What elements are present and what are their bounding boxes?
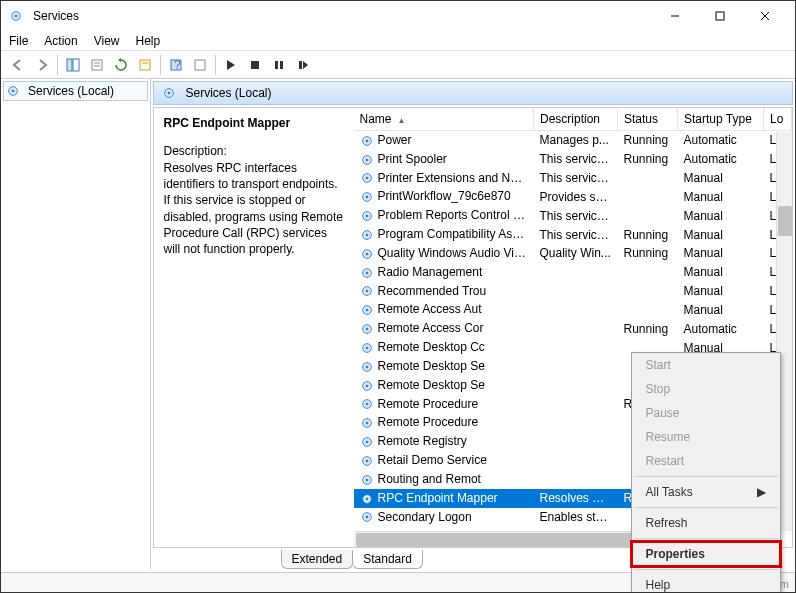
back-button[interactable] bbox=[7, 54, 29, 76]
service-row[interactable]: PrintWorkflow_79c6e870Provides su...Manu… bbox=[354, 187, 792, 206]
svg-point-21 bbox=[12, 90, 15, 93]
refresh-button[interactable] bbox=[110, 54, 132, 76]
start-service-button[interactable] bbox=[220, 54, 242, 76]
cell-name: Radio Management bbox=[354, 263, 534, 282]
col-name[interactable]: Name▲ bbox=[354, 108, 534, 131]
title-bar: Services bbox=[1, 1, 795, 31]
cell-status bbox=[618, 282, 678, 301]
cell-status: Running bbox=[618, 150, 678, 169]
scrollbar-thumb[interactable] bbox=[356, 533, 656, 547]
svg-point-63 bbox=[365, 497, 368, 500]
tab-standard[interactable]: Standard bbox=[352, 550, 423, 569]
cell-name: Power bbox=[354, 131, 534, 150]
show-hide-tree-button[interactable] bbox=[62, 54, 84, 76]
col-description[interactable]: Description bbox=[534, 108, 618, 131]
cell-name: Remote Desktop Se bbox=[354, 376, 534, 395]
cell-desc bbox=[534, 282, 618, 301]
sort-indicator-icon: ▲ bbox=[398, 116, 406, 125]
tree-pane: Services (Local) bbox=[1, 79, 151, 569]
cell-status bbox=[618, 206, 678, 225]
svg-point-29 bbox=[365, 177, 368, 180]
ctx-start[interactable]: Start bbox=[632, 353, 780, 377]
menu-file[interactable]: File bbox=[9, 34, 28, 48]
pause-service-button[interactable] bbox=[268, 54, 290, 76]
menu-action[interactable]: Action bbox=[44, 34, 77, 48]
service-row[interactable]: Remote Access AutManualLc bbox=[354, 300, 792, 319]
cell-name: Problem Reports Control Pa... bbox=[354, 206, 534, 225]
service-row[interactable]: Problem Reports Control Pa...This servic… bbox=[354, 206, 792, 225]
properties-button[interactable] bbox=[134, 54, 156, 76]
minimize-button[interactable] bbox=[652, 2, 697, 30]
service-row[interactable]: Print SpoolerThis service ...RunningAuto… bbox=[354, 150, 792, 169]
service-icon bbox=[360, 472, 378, 486]
services-icon bbox=[9, 9, 27, 24]
service-row[interactable]: Remote Access CorRunningAutomaticLc bbox=[354, 319, 792, 338]
maximize-button[interactable] bbox=[697, 2, 742, 30]
cell-name: Remote Desktop Se bbox=[354, 357, 534, 376]
ctx-all-tasks[interactable]: All Tasks▶ bbox=[632, 480, 780, 504]
ctx-restart[interactable]: Restart bbox=[632, 449, 780, 473]
cell-desc: Provides su... bbox=[534, 187, 618, 206]
cell-name: Remote Procedure bbox=[354, 395, 534, 414]
col-logon[interactable]: Lo bbox=[764, 108, 792, 131]
cell-desc: This service ... bbox=[534, 225, 618, 244]
service-row[interactable]: Program Compatibility Assi...This servic… bbox=[354, 225, 792, 244]
cell-name: Remote Registry bbox=[354, 432, 534, 451]
service-row[interactable]: Printer Extensions and Notif...This serv… bbox=[354, 169, 792, 188]
menu-view[interactable]: View bbox=[94, 34, 120, 48]
svg-text:?: ? bbox=[174, 58, 181, 72]
detail-desc-label: Description: bbox=[164, 144, 344, 158]
svg-rect-3 bbox=[716, 12, 724, 20]
svg-rect-16 bbox=[251, 61, 259, 69]
ctx-separator bbox=[634, 569, 778, 570]
export-list-button[interactable] bbox=[86, 54, 108, 76]
tree-node-services-local[interactable]: Services (Local) bbox=[3, 81, 148, 101]
cell-startup: Manual bbox=[678, 263, 764, 282]
ctx-stop[interactable]: Stop bbox=[632, 377, 780, 401]
forward-button[interactable] bbox=[31, 54, 53, 76]
tab-extended[interactable]: Extended bbox=[281, 550, 354, 569]
action-button[interactable] bbox=[189, 54, 211, 76]
cell-desc: This service ... bbox=[534, 150, 618, 169]
pane-header-label: Services (Local) bbox=[186, 86, 272, 100]
col-startup[interactable]: Startup Type bbox=[678, 108, 764, 131]
cell-startup: Automatic bbox=[678, 150, 764, 169]
service-icon bbox=[360, 378, 378, 392]
service-row[interactable]: Radio ManagementManualLc bbox=[354, 263, 792, 282]
svg-point-55 bbox=[365, 422, 368, 425]
service-icon bbox=[360, 133, 378, 147]
cell-status bbox=[618, 169, 678, 188]
pane-header: Services (Local) bbox=[153, 81, 794, 105]
cell-startup: Automatic bbox=[678, 319, 764, 338]
cell-status: Running bbox=[618, 225, 678, 244]
ctx-help[interactable]: Help bbox=[632, 573, 780, 593]
restart-service-button[interactable] bbox=[292, 54, 314, 76]
ctx-properties[interactable]: Properties bbox=[632, 542, 780, 566]
service-row[interactable]: PowerManages p...RunningAutomaticLc bbox=[354, 131, 792, 150]
menu-help[interactable]: Help bbox=[136, 34, 161, 48]
ctx-resume[interactable]: Resume bbox=[632, 425, 780, 449]
service-row[interactable]: Recommended TrouManualLc bbox=[354, 282, 792, 301]
scrollbar-thumb[interactable] bbox=[778, 206, 792, 236]
cell-startup: Manual bbox=[678, 169, 764, 188]
ctx-pause[interactable]: Pause bbox=[632, 401, 780, 425]
cell-name: Print Spooler bbox=[354, 150, 534, 169]
svg-point-45 bbox=[365, 328, 368, 331]
col-status[interactable]: Status bbox=[618, 108, 678, 131]
stop-service-button[interactable] bbox=[244, 54, 266, 76]
cell-status bbox=[618, 187, 678, 206]
service-icon bbox=[360, 265, 378, 279]
service-row[interactable]: Quality Windows Audio Vid...Quality Win.… bbox=[354, 244, 792, 263]
ctx-separator bbox=[634, 538, 778, 539]
cell-desc: Quality Win... bbox=[534, 244, 618, 263]
cell-desc bbox=[534, 413, 618, 432]
close-button[interactable] bbox=[742, 2, 787, 30]
ctx-refresh[interactable]: Refresh bbox=[632, 511, 780, 535]
svg-point-41 bbox=[365, 290, 368, 293]
ctx-separator bbox=[634, 507, 778, 508]
context-menu: Start Stop Pause Resume Restart All Task… bbox=[631, 352, 781, 593]
ctx-separator bbox=[634, 476, 778, 477]
help-button[interactable]: ? bbox=[165, 54, 187, 76]
cell-status bbox=[618, 263, 678, 282]
cell-desc bbox=[534, 470, 618, 489]
